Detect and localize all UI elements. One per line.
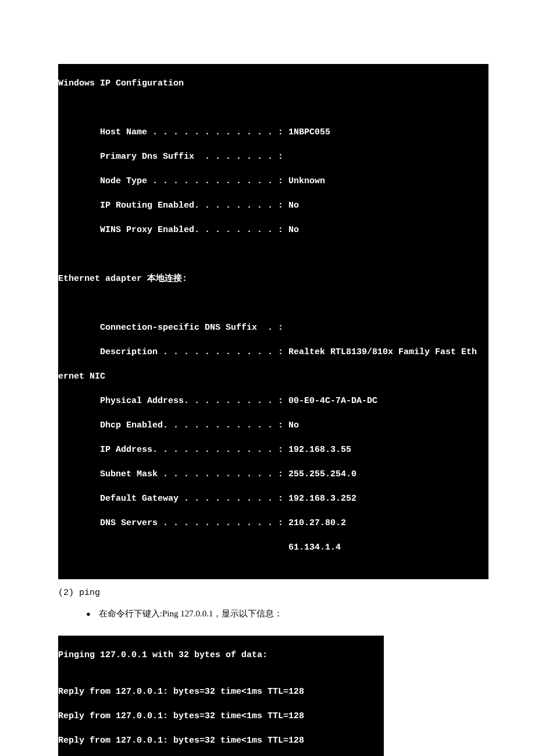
blank-line <box>58 102 488 114</box>
ipconfig-node-type: Node Type . . . . . . . . . . . . : Unkn… <box>58 175 488 187</box>
document-page: Windows IP Configuration Host Name . . .… <box>0 0 535 756</box>
ping1-reply-3: Reply from 127.0.0.1: bytes=32 time<1ms … <box>58 734 384 747</box>
ipconfig-description: Description . . . . . . . . . . . : Real… <box>58 346 488 358</box>
ipconfig-host-name: Host Name . . . . . . . . . . . . : 1NBP… <box>58 126 488 138</box>
ipconfig-default-gateway: Default Gateway . . . . . . . . . : 192.… <box>58 493 488 505</box>
ping1-reply-1: Reply from 127.0.0.1: bytes=32 time<1ms … <box>58 686 384 698</box>
ipconfig-conn-dns: Connection-specific DNS Suffix . : <box>58 322 488 334</box>
section-2-label: (2) ping <box>58 588 100 598</box>
ipconfig-ip-routing: IP Routing Enabled. . . . . . . . : No <box>58 199 488 212</box>
ipconfig-dns-server-2: 61.134.1.4 <box>58 541 488 554</box>
ipconfig-dns-suffix: Primary Dns Suffix . . . . . . . : <box>58 151 488 163</box>
section-2-heading: (2) ping <box>58 584 477 602</box>
ping1-reply-2: Reply from 127.0.0.1: bytes=32 time<1ms … <box>58 710 384 722</box>
ipconfig-dhcp: Dhcp Enabled. . . . . . . . . . . : No <box>58 419 488 432</box>
ipconfig-wins-proxy: WINS Proxy Enabled. . . . . . . . : No <box>58 224 488 236</box>
ipconfig-header: Windows IP Configuration <box>58 77 488 90</box>
ipconfig-dns-server-1: DNS Servers . . . . . . . . . . . : 210.… <box>58 517 488 529</box>
bullet-icon: ● <box>86 607 97 622</box>
blank-line <box>58 297 488 309</box>
ipconfig-ip-address: IP Address. . . . . . . . . . . . : 192.… <box>58 444 488 456</box>
ipconfig-adapter-header: Ethernet adapter 本地连接: <box>58 273 488 285</box>
bullet-item-1: ● 在命令行下键入:Ping 127.0.0.1，显示以下信息： <box>86 605 477 622</box>
blank-line <box>58 248 488 261</box>
ping1-header: Pinging 127.0.0.1 with 32 bytes of data: <box>58 649 384 661</box>
bullet-1-text: 在命令行下键入:Ping 127.0.0.1，显示以下信息： <box>99 609 283 618</box>
ipconfig-physical-address: Physical Address. . . . . . . . . : 00-E… <box>58 395 488 407</box>
terminal-ping-loopback: Pinging 127.0.0.1 with 32 bytes of data:… <box>58 636 384 756</box>
ipconfig-description-wrap: ernet NIC <box>58 370 488 383</box>
ipconfig-subnet-mask: Subnet Mask . . . . . . . . . . . : 255.… <box>58 468 488 480</box>
terminal-ipconfig: Windows IP Configuration Host Name . . .… <box>58 64 488 579</box>
